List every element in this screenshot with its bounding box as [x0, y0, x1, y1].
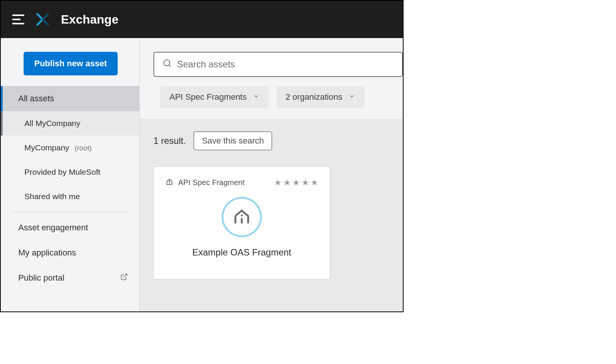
nav-all-assets-label: All assets	[18, 94, 54, 104]
search-box[interactable]	[153, 52, 403, 77]
nav-mycompany-label: MyCompany	[24, 143, 69, 152]
svg-point-6	[241, 214, 243, 216]
nav-public-portal[interactable]: Public portal	[1, 265, 139, 291]
chevron-down-icon	[348, 92, 355, 102]
nav-provided-by-mulesoft[interactable]: Provided by MuleSoft	[1, 160, 139, 184]
star-icon: ★	[292, 178, 300, 188]
filter-orgs-label: 2 organizations	[286, 92, 342, 102]
app-window: Exchange Publish new asset All assets Al…	[0, 0, 404, 312]
results-count: 1 result.	[153, 136, 186, 146]
search-zone: API Spec Fragments 2 organizations	[140, 38, 403, 120]
star-icon: ★	[302, 178, 309, 188]
nav-asset-engagement[interactable]: Asset engagement	[1, 215, 139, 240]
nav-shared-with-me[interactable]: Shared with me	[1, 184, 139, 209]
external-link-icon	[120, 273, 128, 283]
search-icon	[163, 59, 172, 70]
save-search-button[interactable]: Save this search	[193, 131, 272, 150]
nav-all-mycompany-label: All MyCompany	[24, 119, 80, 128]
body: Publish new asset All assets All MyCompa…	[1, 38, 403, 311]
svg-line-0	[123, 274, 127, 278]
svg-point-1	[164, 60, 170, 66]
star-icon: ★	[311, 178, 318, 188]
asset-icon	[222, 197, 262, 237]
nav-my-applications-label: My applications	[18, 248, 76, 258]
asset-type: API Spec Fragment	[165, 177, 245, 188]
svg-point-4	[169, 181, 170, 182]
publish-new-asset-button[interactable]: Publish new asset	[24, 52, 118, 75]
filter-type-label: API Spec Fragments	[169, 92, 247, 102]
exchange-logo-icon	[35, 12, 50, 27]
filter-orgs-dropdown[interactable]: 2 organizations	[276, 86, 364, 108]
fragment-icon	[165, 177, 174, 188]
search-input[interactable]	[177, 59, 394, 70]
filter-type-dropdown[interactable]: API Spec Fragments	[160, 86, 269, 108]
nav-mycompany-suffix: (root)	[75, 144, 92, 152]
nav-shared-label: Shared with me	[24, 192, 80, 201]
nav-all-assets[interactable]: All assets	[1, 86, 139, 111]
asset-type-label: API Spec Fragment	[178, 178, 245, 187]
star-icon: ★	[283, 178, 291, 188]
nav-asset-engagement-label: Asset engagement	[18, 223, 88, 233]
asset-title: Example OAS Fragment	[165, 247, 318, 258]
hamburger-menu-icon[interactable]	[12, 14, 24, 24]
nav-provided-label: Provided by MuleSoft	[24, 168, 101, 177]
nav-separator	[12, 212, 128, 212]
sidebar: Publish new asset All assets All MyCompa…	[1, 38, 140, 311]
main-content: API Spec Fragments 2 organizations	[140, 38, 403, 311]
results-zone: 1 result. Save this search	[140, 120, 403, 311]
app-title: Exchange	[61, 13, 118, 27]
nav-mycompany-root[interactable]: MyCompany (root)	[1, 136, 139, 160]
nav-public-portal-label: Public portal	[18, 273, 64, 283]
rating-stars: ★ ★ ★ ★ ★	[274, 178, 318, 188]
star-icon: ★	[274, 178, 282, 188]
topbar: Exchange	[1, 1, 403, 38]
nav-all-mycompany[interactable]: All MyCompany	[1, 111, 139, 136]
chevron-down-icon	[253, 92, 260, 102]
nav-my-applications[interactable]: My applications	[1, 240, 139, 265]
asset-card[interactable]: API Spec Fragment ★ ★ ★ ★ ★	[153, 166, 330, 279]
svg-line-2	[169, 65, 171, 67]
